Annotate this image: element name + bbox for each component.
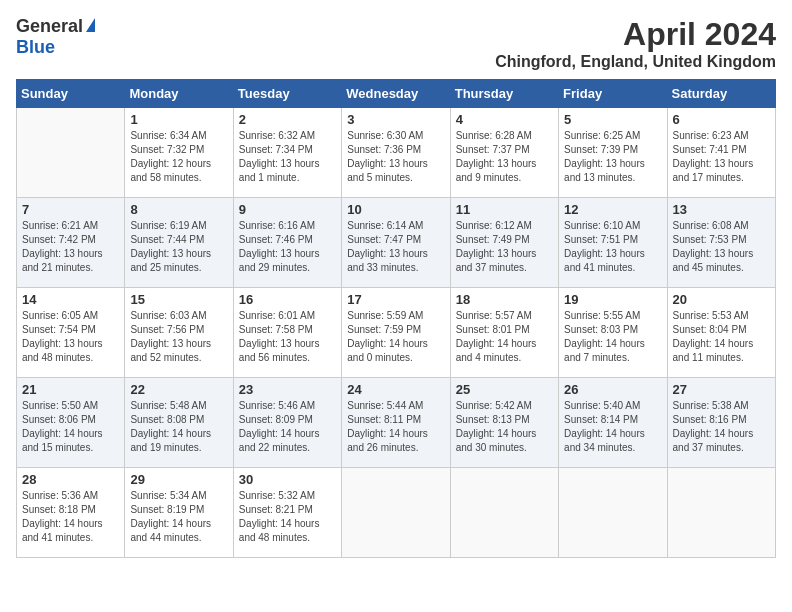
logo: General Blue	[16, 16, 95, 58]
daylight-text: Daylight: 14 hours and 34 minutes.	[564, 428, 645, 453]
cell-info: Sunrise: 5:59 AM Sunset: 7:59 PM Dayligh…	[347, 309, 444, 365]
sunset-text: Sunset: 7:34 PM	[239, 144, 313, 155]
daylight-text: Daylight: 14 hours and 26 minutes.	[347, 428, 428, 453]
cell-info: Sunrise: 6:05 AM Sunset: 7:54 PM Dayligh…	[22, 309, 119, 365]
sunset-text: Sunset: 8:06 PM	[22, 414, 96, 425]
cell-info: Sunrise: 5:44 AM Sunset: 8:11 PM Dayligh…	[347, 399, 444, 455]
sunrise-text: Sunrise: 6:12 AM	[456, 220, 532, 231]
daylight-text: Daylight: 12 hours and 58 minutes.	[130, 158, 211, 183]
sunrise-text: Sunrise: 6:01 AM	[239, 310, 315, 321]
calendar-cell: 4 Sunrise: 6:28 AM Sunset: 7:37 PM Dayli…	[450, 108, 558, 198]
sunrise-text: Sunrise: 5:32 AM	[239, 490, 315, 501]
cell-info: Sunrise: 6:23 AM Sunset: 7:41 PM Dayligh…	[673, 129, 770, 185]
calendar-cell: 30 Sunrise: 5:32 AM Sunset: 8:21 PM Dayl…	[233, 468, 341, 558]
calendar-cell: 11 Sunrise: 6:12 AM Sunset: 7:49 PM Dayl…	[450, 198, 558, 288]
calendar-week-row: 21 Sunrise: 5:50 AM Sunset: 8:06 PM Dayl…	[17, 378, 776, 468]
calendar-cell: 19 Sunrise: 5:55 AM Sunset: 8:03 PM Dayl…	[559, 288, 667, 378]
calendar-week-row: 1 Sunrise: 6:34 AM Sunset: 7:32 PM Dayli…	[17, 108, 776, 198]
sunset-text: Sunset: 7:58 PM	[239, 324, 313, 335]
daylight-text: Daylight: 14 hours and 44 minutes.	[130, 518, 211, 543]
sunrise-text: Sunrise: 5:59 AM	[347, 310, 423, 321]
daylight-text: Daylight: 13 hours and 17 minutes.	[673, 158, 754, 183]
cell-info: Sunrise: 6:32 AM Sunset: 7:34 PM Dayligh…	[239, 129, 336, 185]
sunset-text: Sunset: 8:08 PM	[130, 414, 204, 425]
calendar-cell: 5 Sunrise: 6:25 AM Sunset: 7:39 PM Dayli…	[559, 108, 667, 198]
daylight-text: Daylight: 13 hours and 13 minutes.	[564, 158, 645, 183]
sunrise-text: Sunrise: 6:16 AM	[239, 220, 315, 231]
sunrise-text: Sunrise: 5:48 AM	[130, 400, 206, 411]
calendar-cell: 10 Sunrise: 6:14 AM Sunset: 7:47 PM Dayl…	[342, 198, 450, 288]
cell-info: Sunrise: 5:38 AM Sunset: 8:16 PM Dayligh…	[673, 399, 770, 455]
sunset-text: Sunset: 7:56 PM	[130, 324, 204, 335]
day-number: 11	[456, 202, 553, 217]
sunset-text: Sunset: 7:44 PM	[130, 234, 204, 245]
logo-blue-text: Blue	[16, 37, 55, 57]
sunset-text: Sunset: 8:18 PM	[22, 504, 96, 515]
cell-info: Sunrise: 5:46 AM Sunset: 8:09 PM Dayligh…	[239, 399, 336, 455]
day-number: 3	[347, 112, 444, 127]
sunrise-text: Sunrise: 6:23 AM	[673, 130, 749, 141]
logo-triangle-icon	[86, 18, 95, 32]
sunrise-text: Sunrise: 5:46 AM	[239, 400, 315, 411]
day-number: 23	[239, 382, 336, 397]
sunrise-text: Sunrise: 5:34 AM	[130, 490, 206, 501]
daylight-text: Daylight: 13 hours and 29 minutes.	[239, 248, 320, 273]
daylight-text: Daylight: 14 hours and 37 minutes.	[673, 428, 754, 453]
day-number: 4	[456, 112, 553, 127]
sunrise-text: Sunrise: 5:44 AM	[347, 400, 423, 411]
cell-info: Sunrise: 6:34 AM Sunset: 7:32 PM Dayligh…	[130, 129, 227, 185]
cell-info: Sunrise: 6:25 AM Sunset: 7:39 PM Dayligh…	[564, 129, 661, 185]
sunrise-text: Sunrise: 6:19 AM	[130, 220, 206, 231]
cell-info: Sunrise: 6:30 AM Sunset: 7:36 PM Dayligh…	[347, 129, 444, 185]
month-year-title: April 2024	[495, 16, 776, 53]
sunset-text: Sunset: 7:46 PM	[239, 234, 313, 245]
sunrise-text: Sunrise: 5:50 AM	[22, 400, 98, 411]
sunrise-text: Sunrise: 5:40 AM	[564, 400, 640, 411]
title-block: April 2024 Chingford, England, United Ki…	[495, 16, 776, 71]
daylight-text: Daylight: 13 hours and 56 minutes.	[239, 338, 320, 363]
day-number: 14	[22, 292, 119, 307]
daylight-text: Daylight: 14 hours and 19 minutes.	[130, 428, 211, 453]
page-header: General Blue April 2024 Chingford, Engla…	[16, 16, 776, 71]
cell-info: Sunrise: 6:10 AM Sunset: 7:51 PM Dayligh…	[564, 219, 661, 275]
day-number: 26	[564, 382, 661, 397]
daylight-text: Daylight: 13 hours and 1 minute.	[239, 158, 320, 183]
sunrise-text: Sunrise: 6:25 AM	[564, 130, 640, 141]
day-number: 15	[130, 292, 227, 307]
daylight-text: Daylight: 14 hours and 15 minutes.	[22, 428, 103, 453]
calendar-cell	[667, 468, 775, 558]
cell-info: Sunrise: 5:42 AM Sunset: 8:13 PM Dayligh…	[456, 399, 553, 455]
daylight-text: Daylight: 13 hours and 21 minutes.	[22, 248, 103, 273]
sunrise-text: Sunrise: 6:05 AM	[22, 310, 98, 321]
weekday-header: Thursday	[450, 80, 558, 108]
sunset-text: Sunset: 7:39 PM	[564, 144, 638, 155]
calendar-cell: 15 Sunrise: 6:03 AM Sunset: 7:56 PM Dayl…	[125, 288, 233, 378]
daylight-text: Daylight: 14 hours and 30 minutes.	[456, 428, 537, 453]
daylight-text: Daylight: 14 hours and 22 minutes.	[239, 428, 320, 453]
daylight-text: Daylight: 13 hours and 41 minutes.	[564, 248, 645, 273]
weekday-header: Friday	[559, 80, 667, 108]
calendar-header-row: SundayMondayTuesdayWednesdayThursdayFrid…	[17, 80, 776, 108]
day-number: 17	[347, 292, 444, 307]
sunset-text: Sunset: 8:09 PM	[239, 414, 313, 425]
calendar-cell: 24 Sunrise: 5:44 AM Sunset: 8:11 PM Dayl…	[342, 378, 450, 468]
calendar-cell: 23 Sunrise: 5:46 AM Sunset: 8:09 PM Dayl…	[233, 378, 341, 468]
sunset-text: Sunset: 7:49 PM	[456, 234, 530, 245]
calendar-table: SundayMondayTuesdayWednesdayThursdayFrid…	[16, 79, 776, 558]
day-number: 27	[673, 382, 770, 397]
daylight-text: Daylight: 13 hours and 33 minutes.	[347, 248, 428, 273]
sunrise-text: Sunrise: 6:10 AM	[564, 220, 640, 231]
daylight-text: Daylight: 14 hours and 11 minutes.	[673, 338, 754, 363]
cell-info: Sunrise: 6:08 AM Sunset: 7:53 PM Dayligh…	[673, 219, 770, 275]
sunset-text: Sunset: 7:42 PM	[22, 234, 96, 245]
cell-info: Sunrise: 6:28 AM Sunset: 7:37 PM Dayligh…	[456, 129, 553, 185]
day-number: 9	[239, 202, 336, 217]
cell-info: Sunrise: 5:57 AM Sunset: 8:01 PM Dayligh…	[456, 309, 553, 365]
daylight-text: Daylight: 13 hours and 25 minutes.	[130, 248, 211, 273]
sunrise-text: Sunrise: 5:57 AM	[456, 310, 532, 321]
calendar-cell: 8 Sunrise: 6:19 AM Sunset: 7:44 PM Dayli…	[125, 198, 233, 288]
sunset-text: Sunset: 7:53 PM	[673, 234, 747, 245]
calendar-week-row: 14 Sunrise: 6:05 AM Sunset: 7:54 PM Dayl…	[17, 288, 776, 378]
cell-info: Sunrise: 5:32 AM Sunset: 8:21 PM Dayligh…	[239, 489, 336, 545]
cell-info: Sunrise: 5:48 AM Sunset: 8:08 PM Dayligh…	[130, 399, 227, 455]
